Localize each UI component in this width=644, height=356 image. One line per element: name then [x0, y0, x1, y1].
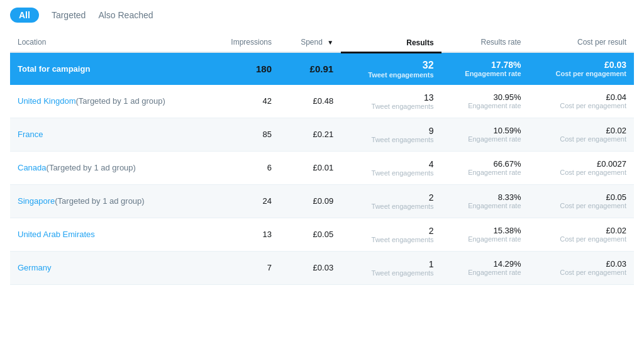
table-row: United Kingdom(Targeted by 1 ad group) 4…	[10, 85, 634, 118]
total-cost: £0.03 Cost per engagement	[529, 52, 634, 85]
spend-cell: £0.09	[279, 184, 341, 218]
result-sublabel: Tweet engagements	[348, 236, 433, 243]
results-cell: 9 Tweet engagements	[341, 118, 441, 151]
total-impressions: 180	[210, 52, 279, 85]
results-cell: 2 Tweet engagements	[341, 184, 441, 218]
tab-targeted[interactable]: Targeted	[52, 8, 86, 23]
cost-sublabel: Cost per engagement	[536, 235, 626, 243]
cost-sublabel: Cost per engagement	[536, 135, 626, 143]
table-row: France 85 £0.21 9 Tweet engagements 10.5…	[10, 118, 634, 151]
location-link[interactable]: Germany	[18, 263, 51, 272]
location-suffix: (Targeted by 1 ad group)	[55, 196, 144, 206]
spend-cell: £0.21	[279, 118, 341, 151]
result-number: 9	[348, 126, 433, 136]
table-row: United Arab Emirates 13 £0.05 2 Tweet en…	[10, 218, 634, 251]
tab-all[interactable]: All	[10, 8, 39, 23]
rate-cell: 14.29% Engagement rate	[441, 251, 529, 284]
rate-sublabel: Engagement rate	[449, 135, 521, 143]
total-results: 32 Tweet engagements	[341, 52, 441, 85]
results-cell: 13 Tweet engagements	[341, 85, 441, 118]
table-row: Canada(Targeted by 1 ad group) 6 £0.01 4…	[10, 151, 634, 184]
result-sublabel: Tweet engagements	[348, 169, 433, 177]
rate-number: 8.33%	[449, 192, 521, 202]
result-number: 2	[348, 226, 433, 236]
impressions-cell: 24	[210, 184, 279, 218]
location-link[interactable]: United Arab Emirates	[18, 230, 95, 239]
location-link[interactable]: Canada	[18, 163, 47, 172]
result-number: 13	[348, 92, 433, 103]
location-link[interactable]: United Kingdom	[18, 96, 76, 106]
results-cell: 2 Tweet engagements	[341, 218, 441, 251]
location-cell: Germany	[10, 251, 210, 284]
location-cell: United Arab Emirates	[10, 218, 210, 251]
cost-number: £0.02	[536, 126, 626, 135]
total-spend: £0.91	[279, 52, 341, 85]
cost-cell: £0.04 Cost per engagement	[529, 85, 634, 118]
rate-number: 10.59%	[449, 126, 521, 135]
location-cell: United Kingdom(Targeted by 1 ad group)	[10, 85, 210, 118]
result-number: 1	[348, 259, 433, 269]
spend-cell: £0.03	[279, 251, 341, 284]
rate-cell: 30.95% Engagement rate	[441, 85, 529, 118]
total-row: Total for campaign 180 £0.91 32 Tweet en…	[10, 52, 634, 85]
spend-cell: £0.05	[279, 218, 341, 251]
rate-number: 14.29%	[449, 259, 521, 269]
result-number: 2	[348, 192, 433, 203]
rate-cell: 66.67% Engagement rate	[441, 151, 529, 184]
col-header-spend[interactable]: Spend ▼	[279, 33, 341, 52]
table-row: Singapore(Targeted by 1 ad group) 24 £0.…	[10, 184, 634, 218]
cost-cell: £0.05 Cost per engagement	[529, 184, 634, 218]
result-sublabel: Tweet engagements	[348, 203, 433, 210]
rate-cell: 10.59% Engagement rate	[441, 118, 529, 151]
rate-sublabel: Engagement rate	[449, 169, 521, 176]
col-header-cost-per-result[interactable]: Cost per result	[529, 33, 634, 52]
cost-cell: £0.02 Cost per engagement	[529, 118, 634, 151]
location-suffix: (Targeted by 1 ad group)	[47, 163, 136, 172]
rate-cell: 15.38% Engagement rate	[441, 218, 529, 251]
cost-number: £0.04	[536, 92, 626, 102]
cost-sublabel: Cost per engagement	[536, 269, 626, 276]
campaign-table: Location Impressions Spend ▼ Results Res…	[10, 33, 634, 285]
cost-sublabel: Cost per engagement	[536, 202, 626, 209]
spend-cell: £0.48	[279, 85, 341, 118]
table-row: Germany 7 £0.03 1 Tweet engagements 14.2…	[10, 251, 634, 284]
location-cell: France	[10, 118, 210, 151]
col-header-results[interactable]: Results	[341, 33, 441, 52]
results-cell: 1 Tweet engagements	[341, 251, 441, 284]
cost-number: £0.03	[536, 259, 626, 269]
tab-also-reached[interactable]: Also Reached	[98, 8, 153, 23]
result-sublabel: Tweet engagements	[348, 269, 433, 277]
impressions-cell: 85	[210, 118, 279, 151]
total-rate: 17.78% Engagement rate	[441, 52, 529, 85]
rate-number: 66.67%	[449, 159, 521, 169]
cost-sublabel: Cost per engagement	[536, 102, 626, 109]
location-cell: Canada(Targeted by 1 ad group)	[10, 151, 210, 184]
col-header-results-rate[interactable]: Results rate	[441, 33, 529, 52]
tab-bar: All Targeted Also Reached	[10, 8, 634, 23]
location-cell: Singapore(Targeted by 1 ad group)	[10, 184, 210, 218]
cost-number: £0.0027	[536, 159, 626, 169]
cost-cell: £0.03 Cost per engagement	[529, 251, 634, 284]
rate-sublabel: Engagement rate	[449, 269, 521, 276]
result-sublabel: Tweet engagements	[348, 103, 433, 110]
location-link[interactable]: Singapore	[18, 196, 55, 206]
impressions-cell: 7	[210, 251, 279, 284]
col-header-impressions[interactable]: Impressions	[210, 33, 279, 52]
rate-sublabel: Engagement rate	[449, 102, 521, 109]
cost-cell: £0.02 Cost per engagement	[529, 218, 634, 251]
spend-cell: £0.01	[279, 151, 341, 184]
results-cell: 4 Tweet engagements	[341, 151, 441, 184]
total-location: Total for campaign	[10, 52, 210, 85]
location-link[interactable]: France	[18, 130, 43, 139]
rate-sublabel: Engagement rate	[449, 235, 521, 243]
rate-sublabel: Engagement rate	[449, 202, 521, 209]
location-suffix: (Targeted by 1 ad group)	[76, 96, 165, 106]
result-sublabel: Tweet engagements	[348, 136, 433, 143]
cost-cell: £0.0027 Cost per engagement	[529, 151, 634, 184]
cost-sublabel: Cost per engagement	[536, 169, 626, 176]
impressions-cell: 13	[210, 218, 279, 251]
sort-arrow-icon: ▼	[327, 39, 333, 46]
col-header-location: Location	[10, 33, 210, 52]
impressions-cell: 6	[210, 151, 279, 184]
rate-number: 15.38%	[449, 226, 521, 235]
